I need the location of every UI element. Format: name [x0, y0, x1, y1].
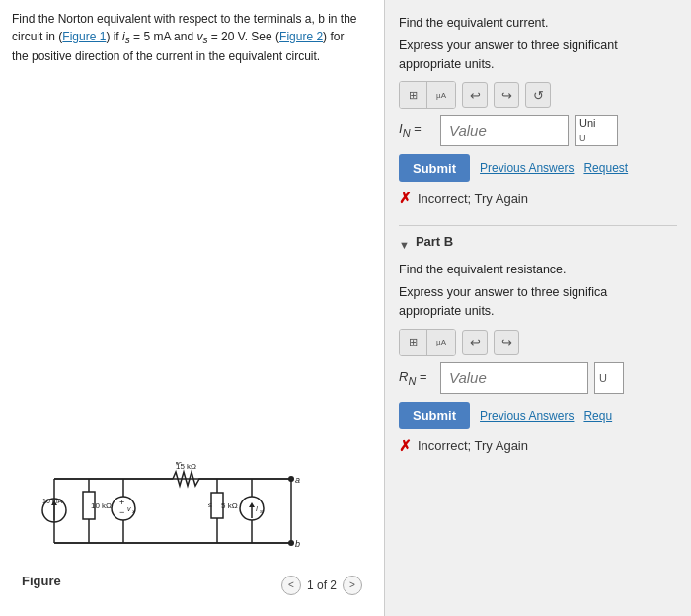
prev-answers-link-a[interactable]: Previous Answers [480, 161, 574, 175]
figure1-link[interactable]: Figure 1 [62, 30, 106, 43]
collapse-arrow-b[interactable]: ▼ [399, 239, 410, 251]
redo-button-b[interactable]: ↪ [494, 330, 519, 355]
unit-icon-b[interactable]: µA [427, 330, 455, 355]
part-b-section: ▼ Part B Find the equivalent resistance.… [399, 234, 677, 464]
IN-value-input[interactable] [440, 115, 569, 146]
express-instruction: Express your answer to three significant… [399, 37, 677, 74]
svg-text:≤: ≤ [208, 501, 212, 508]
part-b-find: Find the equivalent resistance. [399, 261, 677, 279]
answer-row-b: RN = U [399, 362, 677, 394]
status-row-a: ✗ Incorrect; Try Again [399, 190, 677, 207]
unit-icon[interactable]: µA [427, 82, 455, 108]
problem-statement: Find the Norton equivalent with respect … [12, 10, 372, 65]
svg-text:5 kΩ: 5 kΩ [221, 501, 238, 510]
status-icon-a: ✗ [399, 190, 412, 207]
circuit-svg: 10 mA 10 kΩ + − v x [35, 449, 350, 568]
prev-page-button[interactable]: < [281, 576, 301, 595]
svg-marker-29 [249, 502, 255, 507]
figure-area: 10 mA 10 kΩ + − v x [12, 75, 372, 616]
unit-box-b[interactable]: U [594, 362, 624, 394]
submit-row-b: Submit Previous Answers Requ [399, 402, 677, 429]
part-b-label: Part B [416, 234, 453, 249]
IN-label: IN = [399, 121, 434, 139]
RN-label: RN = [399, 369, 434, 387]
find-instruction: Find the equivalent current. [399, 14, 677, 33]
RN-value-input[interactable] [440, 362, 588, 394]
part-a-section: Find the equivalent current. Express you… [399, 14, 677, 217]
svg-text:10 kΩ: 10 kΩ [91, 501, 112, 510]
icon-group-b: ⊞ µA [399, 329, 456, 356]
left-panel: Find the Norton equivalent with respect … [0, 0, 385, 616]
status-row-b: ✗ Incorrect; Try Again [399, 437, 677, 455]
problem-text-5: the positive direction of the current in… [12, 49, 320, 63]
request-link-b[interactable]: Requ [583, 409, 612, 423]
page-info: 1 of 2 [307, 578, 337, 592]
svg-text:b: b [295, 539, 300, 549]
svg-text:+: + [119, 498, 124, 507]
svg-text:↜: ↜ [176, 459, 182, 466]
undo-button-b[interactable]: ↩ [462, 330, 488, 355]
icon-group-a: ⊞ µA [399, 81, 456, 109]
request-link-a[interactable]: Request [583, 161, 628, 175]
status-icon-b: ✗ [399, 437, 412, 455]
matrix-icon-b[interactable]: ⊞ [400, 330, 427, 355]
answer-row-a: IN = Uni U [399, 115, 677, 146]
submit-button-b[interactable]: Submit [399, 402, 470, 429]
submit-button-a[interactable]: Submit [399, 154, 470, 182]
undo-button[interactable]: ↩ [462, 82, 488, 108]
status-text-a: Incorrect; Try Again [418, 192, 528, 206]
svg-text:a: a [295, 475, 300, 485]
matrix-icon[interactable]: ⊞ [400, 82, 427, 108]
problem-text-2: circuit in (Figure 1) if is = 5 mA and v… [12, 30, 344, 43]
prev-answers-link-b[interactable]: Previous Answers [480, 409, 574, 423]
refresh-button[interactable]: ↺ [525, 82, 551, 108]
figure-label: Figure [22, 574, 61, 588]
svg-text:−: − [119, 507, 124, 517]
right-panel: Find the equivalent current. Express you… [385, 0, 691, 616]
toolbar-b: ⊞ µA ↩ ↪ [399, 329, 677, 356]
svg-text:I: I [256, 505, 258, 512]
problem-text-1: Find the Norton equivalent with respect … [12, 12, 357, 26]
circuit-diagram: 10 mA 10 kΩ + − v x [12, 449, 372, 568]
part-b-header: ▼ Part B [399, 234, 677, 255]
section-divider [399, 225, 677, 226]
unit-box-a[interactable]: Uni U [575, 115, 618, 146]
submit-row-a: Submit Previous Answers Request [399, 154, 677, 182]
toolbar-a: ⊞ µA ↩ ↪ ↺ [399, 81, 677, 109]
pagination: < 1 of 2 > [281, 576, 362, 595]
figure2-link[interactable]: Figure 2 [279, 30, 323, 43]
next-page-button[interactable]: > [343, 576, 362, 595]
redo-button[interactable]: ↪ [494, 82, 519, 108]
svg-text:v: v [127, 505, 131, 512]
part-b-express: Express your answer to three significa a… [399, 283, 677, 321]
svg-text:s: s [260, 508, 263, 514]
status-text-b: Incorrect; Try Again [418, 438, 528, 453]
